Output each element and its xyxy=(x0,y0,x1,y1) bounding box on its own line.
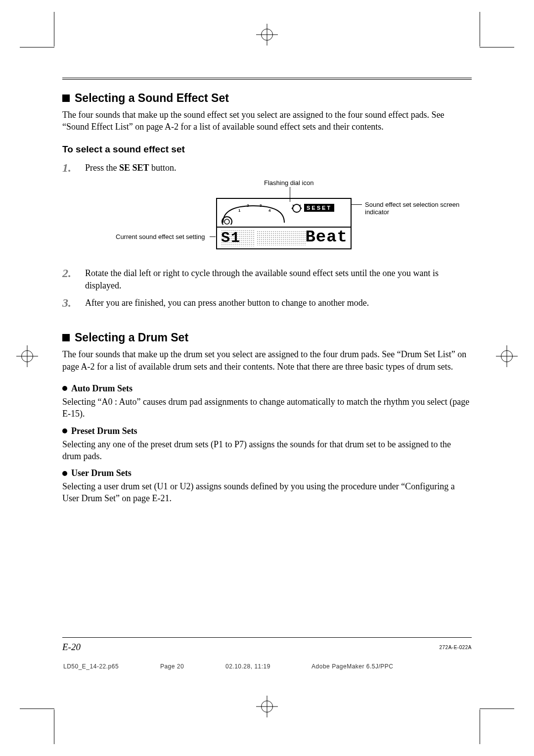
preset-drum-sets-heading: Preset Drum Sets xyxy=(62,426,472,436)
step-3: 3. After you are finished, you can press… xyxy=(62,297,472,309)
step1-text-post: button. xyxy=(149,163,177,173)
page-content: Selecting a Sound Effect Set The four so… xyxy=(62,78,472,642)
imposition-slug: LD50_E_14-22.p65 Page 20 02.10.28, 11:19… xyxy=(63,663,471,670)
page-footer: E-20 272A-E-022A xyxy=(62,637,472,653)
auto-drum-sets-body: Selecting “A0 : Auto” causes drum pad as… xyxy=(62,396,472,420)
step-2: 2. Rotate the dial left or right to cycl… xyxy=(62,267,472,292)
lcd-dotmatrix xyxy=(257,231,306,245)
step2-text: Rotate the dial left or right to cycle t… xyxy=(85,268,439,290)
callout-line-left xyxy=(210,236,216,237)
step3-text: After you are finished, you can press an… xyxy=(85,298,369,308)
slug-file: LD50_E_14-22.p65 xyxy=(63,663,119,670)
auto-drum-sets-heading: Auto Drum Sets xyxy=(62,383,472,394)
pad-layout-icon xyxy=(221,202,286,225)
seset-indicator: SESET xyxy=(304,204,334,212)
section2-heading: Selecting a Drum Set xyxy=(62,331,472,344)
step1-text-bold: SE SET xyxy=(119,163,149,173)
round-bullet-icon xyxy=(62,386,67,391)
lcd-setting-name: Beat xyxy=(305,228,348,246)
section1-heading-text: Selecting a Sound Effect Set xyxy=(75,92,229,104)
step1-text-pre: Press the xyxy=(85,163,119,173)
section1-intro: The four sounds that make up the sound e… xyxy=(62,109,472,133)
user-drum-sets-body: Selecting a user drum set (U1 or U2) ass… xyxy=(62,480,472,505)
slug-date: 02.10.28, 11:19 xyxy=(225,663,270,670)
step-1: 1. Press the SE SET button. xyxy=(62,162,472,174)
callout-current-setting: Current sound effect set setting xyxy=(116,233,205,240)
pad-num-1: 1 xyxy=(238,208,240,213)
square-bullet-icon xyxy=(62,334,70,341)
square-bullet-icon xyxy=(62,94,70,102)
step-number: 1. xyxy=(62,160,71,177)
round-bullet-icon xyxy=(62,428,67,433)
section1-subheading: To select a sound effect set xyxy=(62,144,472,155)
callout-flashing-dial: Flashing dial icon xyxy=(264,179,313,187)
pad-num-4: 4 xyxy=(268,208,270,213)
section2-intro: The four sounds that make up the drum se… xyxy=(62,348,472,373)
section1-heading: Selecting a Sound Effect Set xyxy=(62,92,472,105)
callout-line-right xyxy=(351,204,362,205)
lcd-screen: 1 2 3 4 SESET S1 Beat xyxy=(216,198,352,249)
section2-heading-text: Selecting a Drum Set xyxy=(75,331,188,344)
dial-icon xyxy=(291,203,302,216)
slug-app: Adobe PageMaker 6.5J/PPC xyxy=(312,663,393,670)
step-number: 2. xyxy=(62,265,71,282)
round-bullet-icon xyxy=(62,471,67,476)
page-number: E-20 xyxy=(62,642,81,652)
lcd-setting-number: S1 xyxy=(221,230,255,246)
lcd-diagram: Flashing dial icon 1 2 3 4 xyxy=(62,179,472,258)
svg-point-1 xyxy=(224,219,229,224)
slug-page: Page 20 xyxy=(160,663,184,670)
doc-code: 272A-E-022A xyxy=(439,645,472,650)
callout-seset-indicator: Sound effect set selection screen indica… xyxy=(365,201,472,216)
top-rule xyxy=(62,78,472,80)
pad-num-2: 2 xyxy=(247,203,249,208)
user-drum-sets-heading: User Drum Sets xyxy=(62,468,472,478)
pad-num-3: 3 xyxy=(260,203,262,208)
preset-drum-sets-body: Selecting any one of the preset drum set… xyxy=(62,438,472,463)
step-number: 3. xyxy=(62,295,71,312)
